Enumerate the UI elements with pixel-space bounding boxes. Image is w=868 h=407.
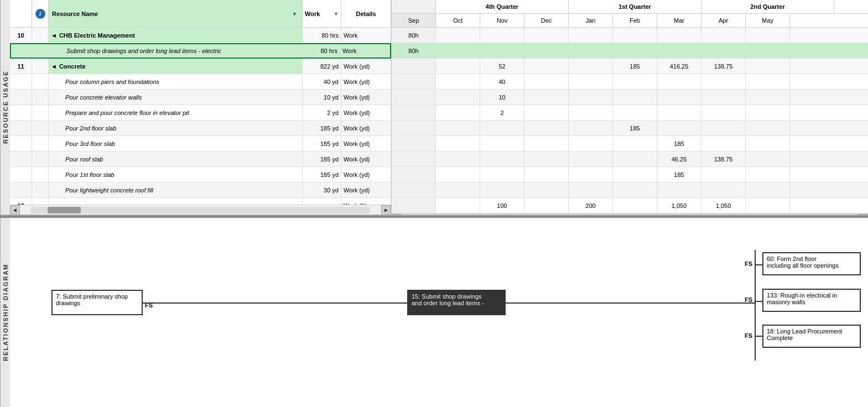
right-panel: 4th Quarter 1st Quarter 2nd Quarter Sep <box>392 0 868 215</box>
cell-id <box>10 105 32 120</box>
scrollbar-thumb[interactable] <box>48 207 81 213</box>
table-row[interactable]: Pour 2nd floor slab 185 yd Work (yd) <box>10 121 391 136</box>
rel-line-to-60 <box>756 264 762 265</box>
timeline-cell <box>569 74 613 89</box>
timeline-cell <box>613 152 657 166</box>
left-scrollbar[interactable]: ◄ ► <box>10 205 391 215</box>
table-wrapper: i Resource Name ▼ Work ▼ Details <box>10 0 868 215</box>
table-row[interactable]: Submit shop drawings and order long lead… <box>10 43 391 59</box>
timeline-cell <box>569 43 613 58</box>
timeline-cell <box>524 28 569 43</box>
timeline-cell: 138.75 <box>701 59 746 74</box>
fs-label-18: FS <box>745 332 752 339</box>
cell-name: Submit shop drawings and order long lead… <box>50 44 302 58</box>
cell-details: Work <box>340 44 390 58</box>
cell-name: Pour lightweight concrete roof fill <box>49 182 303 197</box>
timeline-row <box>392 182 868 198</box>
cell-id <box>10 136 32 151</box>
resource-usage-section: RESOURCE USAGE i <box>0 0 868 216</box>
scroll-right-arrow-right[interactable]: ► <box>858 214 868 215</box>
month-may: May <box>746 14 790 27</box>
month-dec: Dec <box>524 14 569 27</box>
quarter-cell-sep <box>392 0 436 13</box>
timeline-cell <box>436 167 480 182</box>
scroll-left-arrow[interactable]: ◄ <box>10 205 20 215</box>
timeline-cell <box>480 121 524 135</box>
rel-line-7-to-15 <box>143 302 408 304</box>
cell-name <box>49 198 303 205</box>
timeline-cell <box>613 28 657 43</box>
timeline-cell <box>436 182 480 197</box>
cell-info <box>32 105 49 120</box>
month-oct: Oct <box>436 14 480 27</box>
timeline-cell <box>613 167 657 182</box>
month-row: Sep Oct Nov Dec Jan Feb Mar Apr May <box>392 14 868 27</box>
table-row[interactable]: Pour 3rd floor slab 185 yd Work (yd) <box>10 136 391 152</box>
cell-details: Work (yd) <box>341 105 391 120</box>
quarter-2nd: 2nd Quarter <box>701 0 834 13</box>
month-apr: Apr <box>701 14 746 27</box>
cell-info <box>32 182 49 197</box>
table-row[interactable]: 10 ◄ CHB Electric Management 80 hrs Work <box>10 28 391 43</box>
rel-line-15-to-junction <box>506 302 755 304</box>
timeline-cell: 1,050 <box>657 198 701 213</box>
scroll-right-arrow[interactable]: ► <box>381 205 391 215</box>
rel-box-15[interactable]: 15: Submit shop drawingsand order long l… <box>407 290 506 315</box>
rel-box-18[interactable]: 18: Long Lead ProcurementComplete <box>762 325 861 348</box>
timeline-cell <box>569 182 613 197</box>
resource-usage-label: RESOURCE USAGE <box>0 0 10 215</box>
timeline-cell <box>524 182 569 197</box>
cell-name: Pour 1st floor slab <box>49 167 303 182</box>
table-row[interactable]: Pour concrete elevator walls 10 yd Work … <box>10 90 391 105</box>
month-sep: Sep <box>392 14 436 27</box>
info-icon[interactable]: i <box>35 9 45 19</box>
table-row[interactable]: Prepare and pour concrete floor in eleva… <box>10 105 391 121</box>
cell-info <box>32 28 49 43</box>
table-row[interactable]: 11 ◄ Concrete 822 yd Work (yd) <box>10 59 391 74</box>
table-row[interactable]: 12 Work (ft) <box>10 198 391 205</box>
cell-id <box>10 167 32 182</box>
timeline-cell: 40 <box>480 74 524 89</box>
relationship-diagram-canvas: 7: Submit preliminary shopdrawings FS 15… <box>10 218 868 407</box>
cell-details: Work (yd) <box>341 90 391 105</box>
timeline-cell <box>746 136 790 151</box>
timeline-row: 185 <box>392 136 868 152</box>
timeline-row: 185 <box>392 167 868 182</box>
table-row[interactable]: Pour roof slab 185 yd Work (yd) <box>10 152 391 167</box>
table-row[interactable]: Pour column piers and foundations 40 yd … <box>10 74 391 90</box>
cell-info <box>32 198 49 205</box>
scroll-left-arrow-right[interactable]: ◄ <box>392 214 402 215</box>
cell-details: Work (yd) <box>341 152 391 166</box>
cell-info <box>32 152 49 166</box>
timeline-cell <box>746 121 790 135</box>
col-details-header: Details <box>341 0 391 27</box>
rel-box-7-label: 7: Submit preliminary shopdrawings <box>56 293 138 306</box>
right-scrollbar[interactable]: ◄ ► <box>392 213 868 215</box>
relationship-diagram-label: RELATIONSHIP DIAGRAM <box>0 218 10 407</box>
timeline-cell <box>701 182 746 197</box>
timeline-cell <box>524 105 569 120</box>
rel-box-60[interactable]: 60: Form 2nd floorincluding all floor op… <box>762 252 861 275</box>
cell-info <box>32 59 49 74</box>
cell-id: 12 <box>10 198 32 205</box>
cell-info <box>33 44 50 58</box>
table-row[interactable]: Pour lightweight concrete roof fill 30 y… <box>10 182 391 198</box>
cell-info <box>32 74 49 89</box>
timeline-cell <box>392 105 436 120</box>
rel-box-7[interactable]: 7: Submit preliminary shopdrawings <box>51 290 143 315</box>
cell-id: 10 <box>10 28 32 43</box>
rel-box-133[interactable]: 133: Rough-in electrical inmasonry walls <box>762 289 861 312</box>
timeline-cell <box>657 43 701 58</box>
timeline-cell <box>701 74 746 89</box>
quarter-1st: 1st Quarter <box>569 0 701 13</box>
table-row[interactable]: Pour 1st floor slab 185 yd Work (yd) <box>10 167 391 182</box>
timeline-cell <box>524 167 569 182</box>
cell-work <box>303 198 341 205</box>
timeline-cell <box>392 198 436 213</box>
timeline-cell <box>613 43 657 58</box>
timeline-cell <box>480 182 524 197</box>
rel-line-to-18 <box>756 336 762 337</box>
scrollbar-track[interactable] <box>31 207 370 213</box>
timeline-cell <box>613 136 657 151</box>
timeline-cell <box>613 198 657 213</box>
